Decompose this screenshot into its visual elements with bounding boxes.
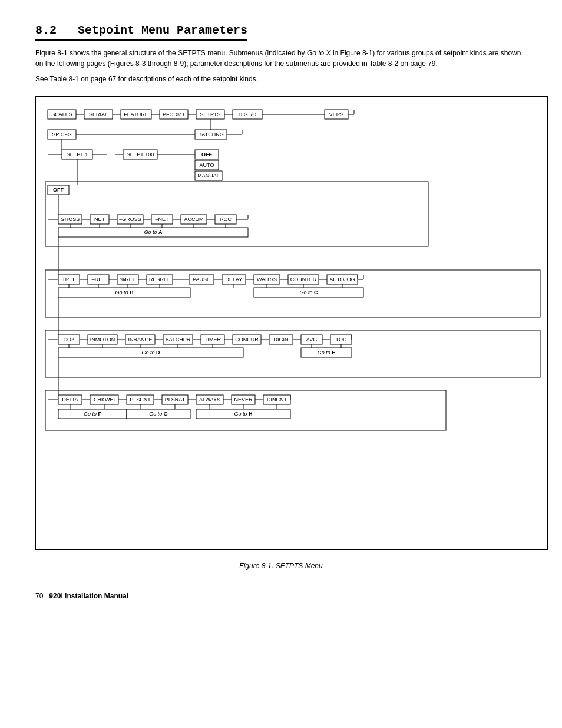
svg-text:DELAY: DELAY <box>226 276 243 282</box>
svg-text:AVG: AVG <box>306 337 317 342</box>
svg-text:Go to B: Go to B <box>115 289 134 295</box>
svg-text:ROC: ROC <box>220 216 232 222</box>
diagram-svg: SCALES SERIAL FEATURE PFORMT SETPTS DIG … <box>42 105 543 541</box>
svg-text:COUNTER: COUNTER <box>290 276 317 282</box>
svg-text:–REL: –REL <box>92 276 105 282</box>
svg-text:…: … <box>110 151 115 157</box>
svg-text:Go to C: Go to C <box>299 289 318 295</box>
page-footer: 70 920i Installation Manual <box>35 588 527 600</box>
svg-text:SERIAL: SERIAL <box>89 111 108 117</box>
section-header: 8.2 Setpoint Menu Parameters <box>35 24 527 48</box>
svg-text:SETPT 1: SETPT 1 <box>67 151 88 157</box>
svg-text:Go to F: Go to F <box>84 411 102 417</box>
svg-text:Go to G: Go to G <box>149 411 168 417</box>
svg-text:VERS: VERS <box>329 111 344 117</box>
svg-text:SP CFG: SP CFG <box>52 131 71 137</box>
body-paragraph2: See Table 8-1 on page 67 for description… <box>35 74 527 84</box>
svg-text:OFF: OFF <box>53 187 64 193</box>
svg-text:TOD: TOD <box>336 337 347 342</box>
svg-text:–GROSS: –GROSS <box>119 216 141 222</box>
svg-text:RESREL: RESREL <box>149 276 170 282</box>
svg-text:NEVER: NEVER <box>234 397 253 403</box>
svg-text:DIGIN: DIGIN <box>273 337 288 342</box>
footer-manual: 920i Installation Manual <box>49 592 128 600</box>
svg-text:Go to E: Go to E <box>318 350 336 355</box>
svg-text:AUTOJOG: AUTOJOG <box>329 276 355 282</box>
svg-text:TIMER: TIMER <box>204 337 221 342</box>
svg-text:WAITSS: WAITSS <box>257 276 277 282</box>
svg-text:FEATURE: FEATURE <box>124 111 148 117</box>
svg-text:AUTO: AUTO <box>200 162 214 168</box>
svg-text:Go to H: Go to H <box>234 411 252 417</box>
svg-text:ALWAYS: ALWAYS <box>199 397 220 403</box>
footer-page: 70 <box>35 592 43 600</box>
svg-text:PAUSE: PAUSE <box>193 276 210 282</box>
svg-text:ACCUM: ACCUM <box>184 216 204 222</box>
svg-text:CONCUR: CONCUR <box>235 337 259 342</box>
svg-text:SCALES: SCALES <box>51 111 72 117</box>
svg-text:DELTA: DELTA <box>62 397 78 403</box>
svg-text:BATCHPR: BATCHPR <box>166 337 191 342</box>
svg-text:–NET: –NET <box>155 216 169 222</box>
svg-text:COZ: COZ <box>64 337 75 342</box>
svg-text:DIG I/O: DIG I/O <box>239 111 257 117</box>
svg-text:INRANGE: INRANGE <box>128 337 152 342</box>
svg-text:CHKWEI: CHKWEI <box>94 397 115 403</box>
svg-text:PLSRAT: PLSRAT <box>165 397 186 403</box>
svg-text:GROSS: GROSS <box>61 216 80 222</box>
svg-text:+REL: +REL <box>62 276 76 282</box>
svg-text:PLSCNT: PLSCNT <box>130 397 151 403</box>
svg-text:MANUAL: MANUAL <box>197 173 220 179</box>
svg-text:OFF: OFF <box>201 151 212 157</box>
figure-caption: Figure 8-1. SETPTS Menu <box>35 562 527 570</box>
svg-text:NET: NET <box>94 216 105 222</box>
svg-text:BATCHNG: BATCHNG <box>198 131 223 137</box>
setpts-diagram: SCALES SERIAL FEATURE PFORMT SETPTS DIG … <box>35 96 548 550</box>
svg-text:PFORMT: PFORMT <box>163 111 185 117</box>
svg-text:DINCNT: DINCNT <box>267 397 287 403</box>
body-paragraph1: Figure 8-1 shows the general structure o… <box>35 48 527 69</box>
svg-text:Go to D: Go to D <box>141 350 160 355</box>
section-title: 8.2 Setpoint Menu Parameters <box>35 24 247 41</box>
svg-text:SETPT 100: SETPT 100 <box>127 151 154 157</box>
svg-text:INMOTON: INMOTON <box>90 337 115 342</box>
svg-text:SETPTS: SETPTS <box>200 111 220 117</box>
svg-text:Go to A: Go to A <box>144 229 163 235</box>
svg-text:%REL: %REL <box>120 276 135 282</box>
